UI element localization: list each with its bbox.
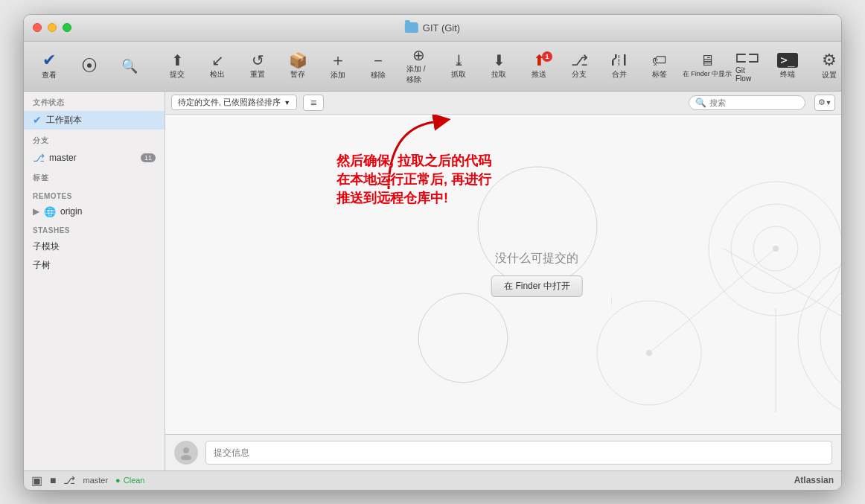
status-file-icon: ■ [50,474,56,486]
push-badge: 1 [542,51,552,62]
svg-line-8 [649,249,776,353]
main-window: GIT (Git) ✔ 查看 ⦿ 🔍 ⬆ 提交 ↙ 检出 ↺ 重置 📦 暂存 [23,14,842,491]
list-view-button[interactable]: ≡ [303,95,324,111]
traffic-lights [33,23,71,32]
svg-point-5 [820,278,841,398]
right-panel: 待定的文件, 已依照路径排序 ▼ ≡ 🔍 ⚙ ▼ [165,92,841,470]
merge-icon: ⛙ [612,53,627,68]
titlebar: GIT (Git) [24,15,841,42]
branch-status-icon: ⎇ [63,474,75,486]
toolbar-stash-btn[interactable]: 📦 暂存 [278,50,317,83]
svg-point-13 [183,447,189,453]
branch-icon: ⎇ [571,53,588,68]
branch-status-label: master [83,476,108,485]
add-move-icon: ⊕ [412,48,425,63]
toolbar-finder-btn[interactable]: 🖥 在 Finder 中显示 [688,50,727,82]
branch-icon: ⎇ [33,152,45,164]
gitflow-icon: ⊏⊐ [735,50,760,65]
branches-header: 分支 [24,130,165,149]
toolbar-circle-btn[interactable]: ⦿ [70,55,109,77]
close-button[interactable] [33,23,42,32]
settings-icon: ⚙ [822,52,837,68]
maximize-button[interactable] [63,23,71,32]
svg-point-10 [773,246,779,252]
content-area: 没什么可提交的 在 Finder 中打开 然后确保, 拉取之后的代码 [165,115,841,434]
reset-icon: ↺ [252,53,264,68]
stash-icon: 📦 [289,53,307,68]
search-input[interactable] [709,98,799,107]
svg-point-14 [181,455,191,460]
remotes-header: REMOTES [24,186,165,203]
sidebar-item-working-copy[interactable]: ✔ 工作副本 [24,111,165,130]
master-badge: 11 [141,153,156,162]
toolbar-gitflow-btn[interactable]: ⊏⊐ Git Flow [728,47,767,86]
avatar [174,441,198,465]
empty-title: 没什么可提交的 [495,251,578,267]
subbar: 待定的文件, 已依照路径排序 ▼ ≡ 🔍 ⚙ ▼ [165,92,841,115]
toolbar-check-btn[interactable]: ✔ 查看 [30,49,68,83]
remote-icon: ▶ [33,206,39,217]
pull-icon: ⬇ [493,53,505,68]
sidebar-item-submodule[interactable]: 子模块 [24,237,165,256]
toolbar-search-btn[interactable]: 🔍 [110,57,149,76]
clean-badge: ● Clean [115,476,144,485]
remove-icon: － [370,52,386,68]
toolbar-branch-btn[interactable]: ⎇ 分支 [560,50,599,83]
toolbar-merge-btn[interactable]: ⛙ 合并 [600,50,639,83]
status-sidebar-icon: ▣ [31,473,42,488]
svg-line-6 [724,249,841,338]
working-copy-icon: ✔ [33,114,42,126]
svg-point-9 [646,350,652,356]
mag-icon: 🔍 [121,60,138,73]
check-icon: ✔ [42,52,56,68]
toolbar-pull-btn[interactable]: ⬇ 拉取 [479,50,518,83]
sidebar-item-subtree[interactable]: 子树 [24,256,165,275]
add-icon: ＋ [330,52,346,68]
sort-dropdown[interactable]: 待定的文件, 已依照路径排序 ▼ [171,95,297,110]
toolbar-checkout-btn[interactable]: ↙ 检出 [198,50,237,83]
terminal-icon: >_ [777,53,797,68]
tag-icon: 🏷 [652,53,667,68]
sidebar: 文件状态 ✔ 工作副本 分支 ⎇ master 11 标签 REMOTES ▶ … [24,92,165,470]
toolbar-commit-btn[interactable]: ⬆ 提交 [158,50,197,83]
open-finder-button[interactable]: 在 Finder 中打开 [491,275,583,297]
toolbar-push-btn[interactable]: ⬆ 1 推送 [520,50,558,83]
stashes-header: STASHES [24,220,165,237]
empty-state: 没什么可提交的 在 Finder 中打开 [491,251,583,297]
circle-icon: ⦿ [81,58,98,74]
statusbar: ▣ ■ ⎇ master ● Clean Atlassian [24,470,841,490]
commit-area [165,434,841,470]
search-icon: 🔍 [695,98,706,108]
folder-icon [405,22,418,33]
checkout-icon: ↙ [211,53,224,68]
sidebar-item-origin[interactable]: ▶ 🌐 origin [24,203,165,220]
toolbar-fetch-btn[interactable]: ⤓ 抓取 [439,50,478,83]
list-icon: ≡ [310,97,316,109]
toolbar-terminal-btn[interactable]: >_ 终端 [768,50,807,83]
commit-icon: ⬆ [171,53,184,68]
tags-header: 标签 [24,167,165,186]
brand-label: Atlassian [794,475,834,485]
toolbar-remove-btn[interactable]: － 移除 [359,49,398,83]
file-status-header: 文件状态 [24,92,165,111]
toolbar: ✔ 查看 ⦿ 🔍 ⬆ 提交 ↙ 检出 ↺ 重置 📦 暂存 ＋ 添加 [24,42,841,92]
toolbar-add-move-btn[interactable]: ⊕ 添加 / 移除 [399,45,438,88]
globe-icon: 🌐 [44,206,56,217]
dropdown-chevron-icon: ▼ [284,99,290,106]
main-content: 文件状态 ✔ 工作副本 分支 ⎇ master 11 标签 REMOTES ▶ … [24,92,841,470]
toolbar-add-btn[interactable]: ＋ 添加 [319,49,357,83]
window-title: GIT (Git) [405,22,460,34]
clean-check-icon: ● [115,476,121,485]
toolbar-settings-btn[interactable]: ⚙ 设置 [810,49,842,83]
toolbar-tag-btn[interactable]: 🏷 标签 [640,50,679,83]
search-options-btn[interactable]: ⚙ ▼ [814,95,835,111]
search-bar: 🔍 [689,95,805,110]
finder-icon: 🖥 [700,53,715,68]
minimize-button[interactable] [48,23,57,32]
options-icon: ⚙ [818,98,826,107]
sidebar-item-master[interactable]: ⎇ master 11 [24,149,165,167]
commit-input[interactable] [205,441,832,465]
options-chevron-icon: ▼ [826,99,832,106]
toolbar-reset-btn[interactable]: ↺ 重置 [238,50,277,83]
avatar-icon [179,445,194,460]
